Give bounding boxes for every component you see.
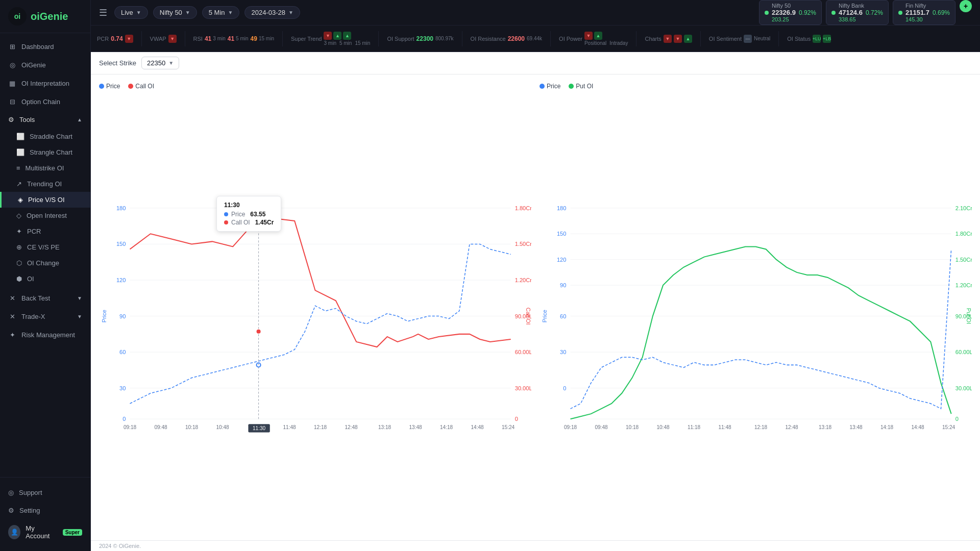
svg-text:14:48: 14:48	[471, 424, 484, 430]
charts-area: Price Call OI 180	[91, 74, 980, 540]
pcr-down-btn[interactable]: ▼	[125, 35, 133, 43]
svg-text:11:18: 11:18	[688, 424, 701, 430]
sidebar-item-multistrike-oi[interactable]: ≡ Multistrike OI	[0, 160, 90, 176]
sidebar-item-label: Straddle Chart	[30, 133, 72, 140]
sidebar-item-ce-vs-pe[interactable]: ⊕ CE V/S PE	[0, 239, 90, 255]
date-selector[interactable]: 2024-03-28 ▼	[244, 6, 300, 19]
legend-putoi: Put OI	[569, 83, 593, 90]
svg-text:13:18: 13:18	[819, 424, 832, 430]
rsi-row1: 41 3 min	[205, 35, 226, 42]
oi2-icon: ⬢	[16, 275, 22, 283]
pcr-value: 0.74	[111, 35, 122, 42]
sidebar-item-price-vs-oi[interactable]: ◈ Price V/S OI	[0, 192, 90, 208]
timeframe-label: 5 Min	[209, 9, 225, 16]
sidebar-item-straddle-chart[interactable]: ⬜ Straddle Chart	[0, 129, 90, 144]
finnifty-name: Fin Nifty	[905, 3, 950, 9]
svg-text:10:18: 10:18	[185, 424, 199, 430]
sidebar-item-risk-management[interactable]: ✦ Risk Management	[0, 325, 90, 344]
index-selector[interactable]: Nifty 50 ▼	[153, 6, 197, 19]
sidebar-item-label: Open Interest	[27, 212, 67, 219]
svg-text:1.50Cr: 1.50Cr	[515, 241, 531, 247]
sidebar-item-open-interest[interactable]: ◇ Open Interest	[0, 208, 90, 223]
nifty50-price: 22326.9	[772, 9, 796, 16]
svg-text:60: 60	[119, 349, 126, 355]
nifty50-values: 22326.9 0.92%	[772, 9, 816, 16]
left-chart-legend: Price Call OI	[99, 83, 531, 90]
mode-selector[interactable]: Live ▼	[114, 6, 148, 19]
niftybank-info: Nifty Bank 47124.6 0.72% 338.65	[839, 3, 883, 22]
svg-text:1.80Cr: 1.80Cr	[515, 205, 531, 211]
oip-down-btn[interactable]: ▼	[584, 32, 593, 40]
oi-status-label: OI Status	[787, 36, 811, 42]
sentiment-neutral-btn[interactable]: —	[744, 35, 752, 43]
tools-header[interactable]: ⚙ Tools ▲	[0, 111, 90, 129]
svg-text:150: 150	[116, 241, 126, 247]
niftybank-change2: 338.65	[839, 16, 883, 22]
sidebar-item-oi-interpretation[interactable]: ▦ OI Interpretation	[0, 74, 90, 92]
rsi-indicator: RSI 41 3 min 41 5 min 49 15 min	[193, 35, 274, 42]
rsi-v1: 41	[205, 35, 211, 42]
sidebar-item-oi[interactable]: ⬢ OI	[0, 271, 90, 287]
nifty50-name: Nifty 50	[772, 3, 816, 9]
menu-button[interactable]: ☰	[99, 7, 107, 18]
svg-text:12:48: 12:48	[785, 424, 798, 430]
oi-support-sub: 800.97k	[435, 36, 454, 41]
action-button[interactable]: +	[960, 0, 972, 12]
oip-up-btn[interactable]: ▲	[594, 32, 602, 40]
timeframe-selector[interactable]: 5 Min ▼	[202, 6, 240, 19]
my-account[interactable]: 👤 My Account Super	[0, 519, 90, 545]
oi-status-lb: +LB	[823, 36, 831, 41]
oi-support-label: OI Support	[387, 36, 414, 42]
vwap-down-btn[interactable]: ▼	[168, 35, 177, 43]
ticker-finnifty: Fin Nifty 21151.7 0.69% 145.30	[893, 0, 955, 25]
sidebar-item-dashboard[interactable]: ⊞ Dashboard	[0, 37, 90, 56]
st-up-btn2[interactable]: ▲	[343, 32, 351, 40]
sidebar-item-pcr[interactable]: ✦ PCR	[0, 223, 90, 239]
straddle-icon: ⬜	[16, 133, 24, 140]
main-content: ☰ Live ▼ Nifty 50 ▼ 5 Min ▼ 2024-03-28 ▼…	[91, 0, 980, 551]
rsi-col: 41 3 min	[205, 35, 226, 42]
charts-down-btn2[interactable]: ▼	[674, 35, 682, 43]
st-down-btn1[interactable]: ▼	[324, 32, 332, 40]
sidebar-item-back-test[interactable]: ✕ Back Test ▼	[0, 289, 90, 307]
oi-resistance-value: 22600	[508, 35, 525, 42]
left-chart-wrapper: 180 150 120 90 60 30 0 1.80Cr 1.50Cr 1.2…	[99, 94, 531, 528]
sidebar-item-label: Back Test	[21, 294, 50, 302]
logo-icon: oi	[8, 7, 27, 26]
sidebar-item-label: Strangle Chart	[30, 148, 72, 156]
supertrend-indicator: Super Trend ▼ ▲ ▲ 3 min 5 min 15 min	[291, 32, 370, 46]
setting-link[interactable]: ⚙ Setting	[0, 502, 90, 519]
strike-selector[interactable]: 22350 ▼	[141, 57, 179, 69]
charts-up-btn[interactable]: ▲	[684, 35, 692, 43]
oi-status-indicator: OI Status +LU +LB	[787, 35, 831, 43]
st-up-btn[interactable]: ▲	[333, 32, 341, 40]
svg-text:09:48: 09:48	[595, 424, 608, 430]
support-icon: ◎	[8, 489, 14, 496]
sidebar-item-trending-oi[interactable]: ↗ Trending OI	[0, 176, 90, 192]
oi-status-lb-btn[interactable]: +LB	[823, 35, 831, 43]
svg-text:0: 0	[955, 416, 959, 422]
avatar: 👤	[8, 525, 20, 539]
svg-text:120: 120	[557, 257, 566, 263]
risk-icon: ✦	[8, 331, 16, 339]
support-link[interactable]: ◎ Support	[0, 484, 90, 502]
rsi-label: RSI	[193, 36, 203, 42]
st-labels: 3 min 5 min 15 min	[324, 40, 370, 46]
chevron-down-icon2: ▼	[77, 314, 82, 319]
pcr-indicator: PCR 0.74 ▼	[97, 35, 133, 43]
sidebar-item-strangle-chart[interactable]: ⬜ Strangle Chart	[0, 144, 90, 160]
sidebar-item-option-chain[interactable]: ⊟ Option Chain	[0, 92, 90, 111]
sep1	[141, 31, 142, 46]
calloi-label: Call OI	[135, 83, 154, 90]
strike-value: 22350	[147, 59, 165, 67]
sidebar-item-trade-x[interactable]: ✕ Trade-X ▼	[0, 307, 90, 325]
sidebar-item-oi-change[interactable]: ⬡ OI Change	[0, 255, 90, 271]
svg-text:Call OI: Call OI	[525, 308, 531, 325]
pcr-label: PCR	[97, 36, 109, 42]
strike-bar: Select Strike 22350 ▼	[91, 52, 980, 74]
svg-text:30.00L: 30.00L	[955, 385, 972, 391]
oi-status-lu-btn[interactable]: +LU	[813, 35, 821, 43]
svg-text:11:48: 11:48	[283, 424, 296, 430]
charts-down-btn[interactable]: ▼	[664, 35, 672, 43]
sidebar-item-oigenie[interactable]: ◎ OiGenie	[0, 56, 90, 74]
